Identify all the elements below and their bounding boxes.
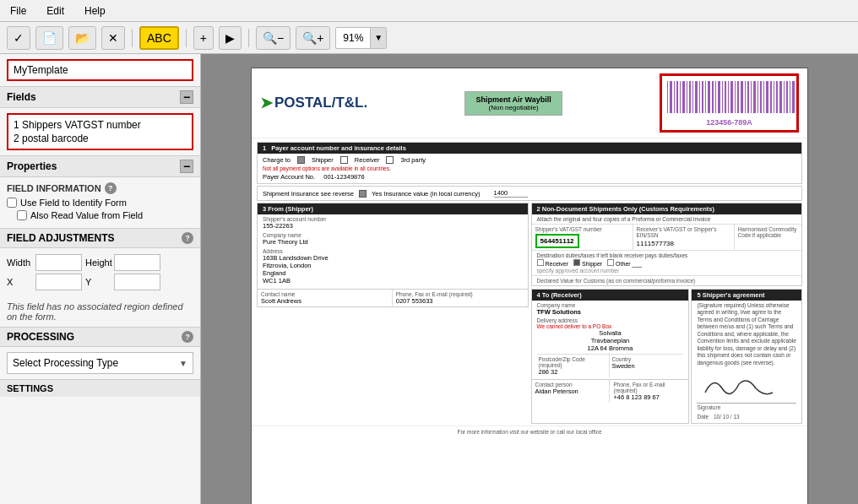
menu-help[interactable]: Help xyxy=(81,3,109,19)
xy-row: X Y xyxy=(7,274,193,290)
section3-body: Shipper's account number 155-22263 Compa… xyxy=(258,214,528,289)
svg-rect-10 xyxy=(699,81,700,113)
section3: 3 From (Shipper) Shipper's account numbe… xyxy=(257,203,529,290)
list-item[interactable]: 2 postal barcode xyxy=(12,132,188,145)
menu-edit[interactable]: Edit xyxy=(43,3,68,19)
date-row: Date 10/ 10 / 13 xyxy=(697,414,796,420)
third-party-label: 3rd party xyxy=(400,156,426,164)
section2: 2 Non-Document Shipments Only (Customs R… xyxy=(531,203,803,286)
barcode-selected[interactable]: 123456-789A xyxy=(660,73,799,133)
airwaybill-title: Shipment Air Waybill xyxy=(475,95,551,104)
zoom-out-btn[interactable]: 🔍− xyxy=(256,26,291,50)
processing-help-icon[interactable]: ? xyxy=(182,331,193,343)
processing-type-dropdown[interactable]: Select Processing Type ▼ xyxy=(7,352,193,374)
svg-rect-6 xyxy=(687,81,687,113)
not-all-payment: Not all payment options are available in… xyxy=(263,165,796,171)
vat-row: Shipper's VAT/GST number 564451112 Recei… xyxy=(532,224,802,250)
contact-cell: Contact name Scott Andrews xyxy=(258,290,393,306)
sig-label: Signature xyxy=(697,403,796,410)
list-item[interactable]: 1 Shippers VATGST number xyxy=(12,118,188,132)
fields-collapse-btn[interactable]: − xyxy=(180,90,193,104)
field-info-help-icon[interactable]: ? xyxy=(105,182,117,194)
use-field-row: Use Field to Identify Form xyxy=(7,198,193,208)
shipper-label: Shipper xyxy=(312,156,334,164)
svg-rect-7 xyxy=(689,81,691,113)
insurance-value: 1400 xyxy=(494,189,528,198)
svg-rect-23 xyxy=(741,81,743,113)
use-field-label: Use Field to Identify Form xyxy=(20,198,127,208)
left-col: 3 From (Shipper) Shipper's account numbe… xyxy=(257,203,529,424)
svg-rect-8 xyxy=(692,81,693,113)
add-btn[interactable]: + xyxy=(193,26,214,50)
use-field-checkbox[interactable] xyxy=(7,198,17,208)
destination-row: Destination duties/taxes if left blank r… xyxy=(532,250,802,275)
section4: 4 To (Receiver) Company name TFW Solutio… xyxy=(531,289,690,424)
barcode-svg xyxy=(665,79,796,115)
svg-rect-37 xyxy=(786,81,788,113)
section1-title: Payer account number and insurance detai… xyxy=(271,144,406,152)
svg-rect-18 xyxy=(725,81,726,113)
svg-rect-35 xyxy=(779,81,782,113)
field-adjustments-label: FIELD ADJUSTMENTS xyxy=(7,232,115,244)
destination-checkboxes: Receiver Shipper Other ___ xyxy=(537,259,797,267)
width-input[interactable] xyxy=(35,254,82,271)
height-label: Height xyxy=(85,257,111,268)
template-name-input[interactable]: MyTemplate xyxy=(14,64,187,76)
forward-btn[interactable]: ▶ xyxy=(219,26,242,50)
properties-collapse-btn[interactable]: − xyxy=(180,160,193,173)
height-input[interactable] xyxy=(114,254,160,271)
vat-shipper-cell: Shipper's VAT/GST number 564451112 xyxy=(532,225,633,250)
signature-svg xyxy=(697,371,781,401)
svg-rect-27 xyxy=(753,81,756,113)
open-btn[interactable]: 📂 xyxy=(68,26,96,50)
shipper-acct-label: Shipper's account number xyxy=(263,216,523,222)
svg-rect-0 xyxy=(667,81,668,113)
close-btn[interactable]: ✕ xyxy=(101,26,125,50)
svg-rect-33 xyxy=(774,81,774,113)
svg-rect-29 xyxy=(760,81,762,113)
receiver-vat-cell: Receiver's VAT/GST or Shipper's EIN/SSN … xyxy=(633,225,735,250)
section5-body: (Signature required) Unless otherwise ag… xyxy=(692,301,801,368)
check-btn[interactable]: ✓ xyxy=(7,26,30,50)
zoom-input[interactable]: 91% xyxy=(336,32,370,44)
section3-header: 3 From (Shipper) xyxy=(258,203,528,214)
main-grid: 3 From (Shipper) Shipper's account numbe… xyxy=(257,203,802,424)
insurance-label: Shipment Insurance see reverse xyxy=(263,190,354,198)
section5: 5 Shipper's agreement (Signature require… xyxy=(691,289,802,424)
svg-rect-14 xyxy=(712,81,714,113)
company-name-value: Pure Theory Ltd xyxy=(263,238,523,246)
no-region-text: This field has no associated region defi… xyxy=(0,296,200,327)
section4-body: Company name TFW Solutions Delivery addr… xyxy=(532,301,689,379)
svg-rect-20 xyxy=(730,81,733,113)
payer-account-label: Payer Account No. xyxy=(263,173,315,181)
svg-rect-2 xyxy=(674,81,675,113)
zoom-in-btn[interactable]: 🔍+ xyxy=(296,26,330,50)
abc-btn[interactable]: ABC xyxy=(139,26,179,50)
field-adj-help-icon[interactable]: ? xyxy=(182,232,193,244)
payer-account-value: 001-12349876 xyxy=(323,173,364,181)
menu-file[interactable]: File xyxy=(7,3,30,19)
zoom-dropdown-arrow[interactable]: ▼ xyxy=(370,28,386,48)
settings-bar: SETTINGS xyxy=(0,379,200,397)
svg-rect-13 xyxy=(708,81,710,113)
receiver-contact-row: Contact person Aidan Peterson Phone, Fax… xyxy=(532,379,689,403)
logo-text: POSTAL/T&L. xyxy=(274,95,367,111)
new-btn[interactable]: 📄 xyxy=(35,26,63,50)
insurance-check-label: Yes Insurance value (in local currency) xyxy=(372,190,481,198)
svg-rect-24 xyxy=(745,81,746,113)
field-information-section: FIELD INFORMATION ? Use Field to Identif… xyxy=(0,177,200,228)
left-panel: MyTemplate Fields − 1 Shippers VATGST nu… xyxy=(0,54,201,504)
declared-row: Declared Value for Customs (as on commer… xyxy=(532,275,802,285)
also-read-label: Also Read Value from Field xyxy=(30,210,143,220)
processing-header: PROCESSING ? xyxy=(0,327,200,347)
attach-text: Attach the original and four copies of a… xyxy=(532,214,802,224)
doc-area[interactable]: ➤ POSTAL/T&L. Shipment Air Waybill (Non … xyxy=(201,54,858,504)
svg-rect-25 xyxy=(747,81,749,113)
fields-list: 1 Shippers VATGST number2 postal barcode xyxy=(7,113,193,150)
processing-label: PROCESSING xyxy=(7,331,74,343)
logo-area: ➤ POSTAL/T&L. xyxy=(260,94,367,112)
also-read-checkbox[interactable] xyxy=(17,210,27,220)
section1-header: 1 Payer account number and insurance det… xyxy=(258,143,801,154)
y-input[interactable] xyxy=(114,274,160,290)
x-input[interactable] xyxy=(35,274,82,290)
